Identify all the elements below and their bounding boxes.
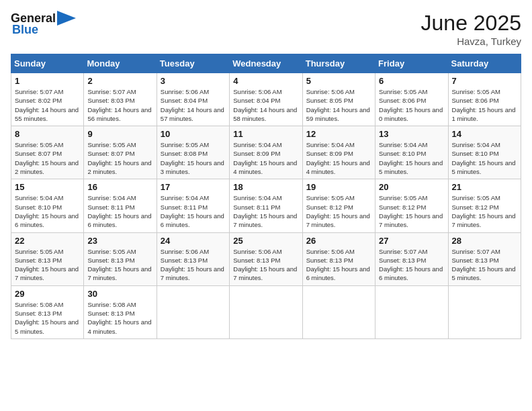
- empty-cell-3: [302, 285, 375, 338]
- logo-blue-text: Blue: [12, 23, 38, 37]
- svg-marker-0: [57, 11, 76, 26]
- weekday-header-row: Sunday Monday Tuesday Wednesday Thursday…: [11, 54, 521, 73]
- day-cell-21: 21 Sunrise: 5:05 AMSunset: 8:12 PMDaylig…: [448, 179, 521, 232]
- title-block: June 2025 Havza, Turkey: [421, 11, 521, 47]
- day-cell-3: 3 Sunrise: 5:06 AMSunset: 8:04 PMDayligh…: [157, 73, 229, 126]
- empty-cell-2: [230, 285, 302, 338]
- day-cell-25: 25 Sunrise: 5:06 AMSunset: 8:13 PMDaylig…: [230, 232, 302, 285]
- day-cell-2: 2 Sunrise: 5:07 AMSunset: 8:03 PMDayligh…: [84, 73, 157, 126]
- day-cell-29: 29 Sunrise: 5:08 AMSunset: 8:13 PMDaylig…: [11, 285, 84, 338]
- day-cell-9: 9 Sunrise: 5:05 AMSunset: 8:07 PMDayligh…: [84, 126, 157, 179]
- day-cell-15: 15 Sunrise: 5:04 AMSunset: 8:10 PMDaylig…: [11, 179, 84, 232]
- day-cell-20: 20 Sunrise: 5:05 AMSunset: 8:12 PMDaylig…: [375, 179, 448, 232]
- header-thursday: Thursday: [302, 54, 375, 73]
- day-cell-24: 24 Sunrise: 5:06 AMSunset: 8:13 PMDaylig…: [157, 232, 229, 285]
- day-cell-6: 6 Sunrise: 5:05 AMSunset: 8:06 PMDayligh…: [375, 73, 448, 126]
- day-cell-7: 7 Sunrise: 5:05 AMSunset: 8:06 PMDayligh…: [448, 73, 521, 126]
- week-row-4: 22 Sunrise: 5:05 AMSunset: 8:13 PMDaylig…: [11, 232, 521, 285]
- empty-cell-1: [157, 285, 229, 338]
- week-row-5: 29 Sunrise: 5:08 AMSunset: 8:13 PMDaylig…: [11, 285, 521, 338]
- week-row-3: 15 Sunrise: 5:04 AMSunset: 8:10 PMDaylig…: [11, 179, 521, 232]
- day-cell-30: 30 Sunrise: 5:08 AMSunset: 8:13 PMDaylig…: [84, 285, 157, 338]
- week-row-1: 1 Sunrise: 5:07 AMSunset: 8:02 PMDayligh…: [11, 73, 521, 126]
- header-monday: Monday: [84, 54, 157, 73]
- day-cell-12: 12 Sunrise: 5:04 AMSunset: 8:09 PMDaylig…: [302, 126, 375, 179]
- day-cell-22: 22 Sunrise: 5:05 AMSunset: 8:13 PMDaylig…: [11, 232, 84, 285]
- day-cell-8: 8 Sunrise: 5:05 AMSunset: 8:07 PMDayligh…: [11, 126, 84, 179]
- week-row-2: 8 Sunrise: 5:05 AMSunset: 8:07 PMDayligh…: [11, 126, 521, 179]
- day-cell-19: 19 Sunrise: 5:05 AMSunset: 8:12 PMDaylig…: [302, 179, 375, 232]
- page-header: General Blue June 2025 Havza, Turkey: [11, 11, 521, 47]
- header-saturday: Saturday: [448, 54, 521, 73]
- calendar-table: Sunday Monday Tuesday Wednesday Thursday…: [11, 54, 521, 339]
- header-tuesday: Tuesday: [157, 54, 229, 73]
- logo: General Blue: [11, 11, 76, 37]
- day-cell-28: 28 Sunrise: 5:07 AMSunset: 8:13 PMDaylig…: [448, 232, 521, 285]
- day-cell-26: 26 Sunrise: 5:06 AMSunset: 8:13 PMDaylig…: [302, 232, 375, 285]
- empty-cell-4: [375, 285, 448, 338]
- day-cell-27: 27 Sunrise: 5:07 AMSunset: 8:13 PMDaylig…: [375, 232, 448, 285]
- day-cell-10: 10 Sunrise: 5:05 AMSunset: 8:08 PMDaylig…: [157, 126, 229, 179]
- day-cell-5: 5 Sunrise: 5:06 AMSunset: 8:05 PMDayligh…: [302, 73, 375, 126]
- day-cell-1: 1 Sunrise: 5:07 AMSunset: 8:02 PMDayligh…: [11, 73, 84, 126]
- day-cell-18: 18 Sunrise: 5:04 AMSunset: 8:11 PMDaylig…: [230, 179, 302, 232]
- header-wednesday: Wednesday: [230, 54, 302, 73]
- header-sunday: Sunday: [11, 54, 84, 73]
- day-cell-17: 17 Sunrise: 5:04 AMSunset: 8:11 PMDaylig…: [157, 179, 229, 232]
- day-cell-11: 11 Sunrise: 5:04 AMSunset: 8:09 PMDaylig…: [230, 126, 302, 179]
- calendar-title: June 2025: [421, 11, 521, 36]
- day-cell-13: 13 Sunrise: 5:04 AMSunset: 8:10 PMDaylig…: [375, 126, 448, 179]
- calendar-location: Havza, Turkey: [421, 36, 521, 47]
- day-cell-4: 4 Sunrise: 5:06 AMSunset: 8:04 PMDayligh…: [230, 73, 302, 126]
- day-cell-23: 23 Sunrise: 5:05 AMSunset: 8:13 PMDaylig…: [84, 232, 157, 285]
- header-friday: Friday: [375, 54, 448, 73]
- day-cell-16: 16 Sunrise: 5:04 AMSunset: 8:11 PMDaylig…: [84, 179, 157, 232]
- empty-cell-5: [448, 285, 521, 338]
- logo-arrow-icon: [57, 11, 76, 26]
- day-cell-14: 14 Sunrise: 5:04 AMSunset: 8:10 PMDaylig…: [448, 126, 521, 179]
